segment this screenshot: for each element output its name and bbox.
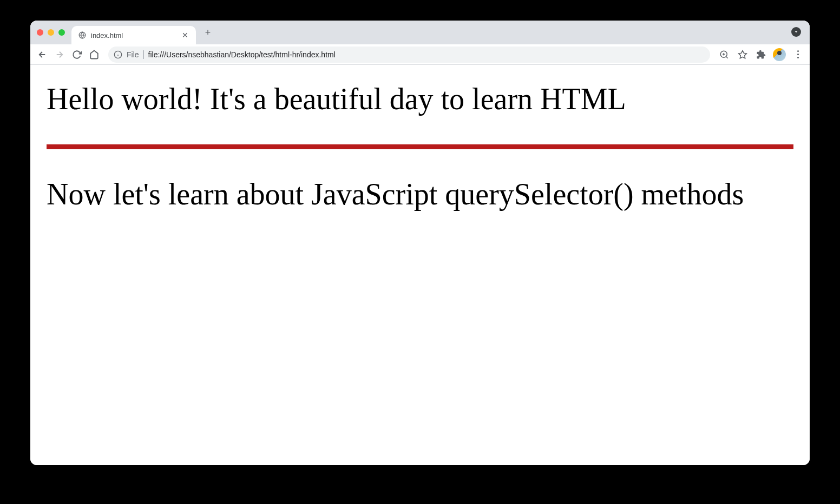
address-bar[interactable]: File file:///Users/nsebhastian/Desktop/t… [108, 47, 710, 63]
browser-toolbar: File file:///Users/nsebhastian/Desktop/t… [30, 44, 810, 65]
globe-icon [78, 31, 87, 39]
info-icon[interactable] [114, 50, 122, 59]
page-viewport: Hello world! It's a beautiful day to lea… [30, 65, 810, 465]
account-badge-icon[interactable] [791, 27, 801, 37]
svg-marker-9 [739, 50, 747, 58]
menu-button[interactable] [790, 47, 805, 62]
toolbar-right [717, 47, 805, 62]
maximize-window-button[interactable] [58, 29, 65, 36]
back-button[interactable] [35, 47, 50, 62]
browser-window: index.html ✕ + File file:///Users/nsebha… [30, 21, 810, 465]
zoom-icon[interactable] [717, 47, 732, 62]
url-scheme-label: File [127, 50, 144, 59]
horizontal-rule [47, 144, 793, 149]
window-controls [37, 29, 65, 36]
new-tab-button[interactable]: + [200, 25, 215, 40]
tab-title: index.html [91, 31, 176, 39]
extensions-icon[interactable] [753, 47, 769, 62]
svg-line-6 [726, 56, 727, 58]
home-button[interactable] [87, 47, 102, 62]
forward-button[interactable] [52, 47, 67, 62]
profile-avatar[interactable] [772, 47, 787, 62]
close-tab-icon[interactable]: ✕ [181, 31, 189, 39]
url-text: file:///Users/nsebhastian/Desktop/test/h… [148, 50, 705, 59]
tab-bar: index.html ✕ + [30, 21, 810, 44]
bookmark-icon[interactable] [735, 47, 750, 62]
heading-2: Now let's learn about JavaScript querySe… [47, 176, 793, 213]
heading-1: Hello world! It's a beautiful day to lea… [47, 81, 793, 117]
browser-tab[interactable]: index.html ✕ [71, 26, 196, 44]
close-window-button[interactable] [37, 29, 43, 36]
reload-button[interactable] [69, 47, 84, 62]
minimize-window-button[interactable] [48, 29, 54, 36]
